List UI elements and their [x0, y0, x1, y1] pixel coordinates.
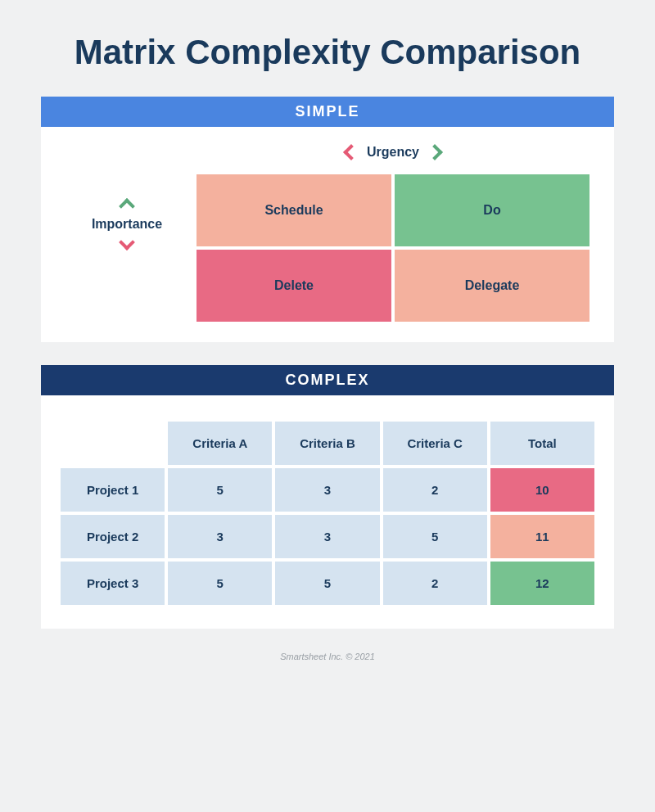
quadrant-schedule: Schedule: [196, 174, 391, 246]
table-row: Project 1 5 3 2 10: [61, 468, 594, 512]
simple-panel: SIMPLE Importance Urgency Schedule Do De…: [41, 97, 614, 342]
x-axis-label: Urgency: [367, 145, 419, 160]
blank-corner: [61, 422, 165, 465]
chevron-down-icon: [119, 234, 135, 250]
quadrant-grid: Schedule Do Delete Delegate: [196, 174, 590, 322]
cell-value: 5: [275, 562, 379, 605]
y-axis-label: Importance: [92, 217, 162, 232]
row-label: Project 3: [61, 562, 165, 605]
chevron-right-icon: [427, 144, 443, 160]
table-row: Project 2 3 3 5 11: [61, 515, 594, 558]
complex-panel: COMPLEX Criteria A Criteria B Criteria C…: [41, 365, 614, 629]
col-header: Criteria C: [383, 422, 487, 465]
cell-value: 3: [168, 515, 272, 558]
complex-table: Criteria A Criteria B Criteria C Total P…: [57, 418, 598, 608]
cell-total: 11: [490, 515, 594, 558]
cell-value: 5: [383, 515, 487, 558]
table-row: Project 3 5 5 2 12: [61, 562, 594, 605]
quadrant-delegate: Delegate: [395, 250, 590, 322]
cell-value: 3: [275, 515, 379, 558]
quadrant-delete: Delete: [196, 250, 391, 322]
simple-header: SIMPLE: [41, 97, 614, 127]
page-title: Matrix Complexity Comparison: [41, 33, 614, 72]
chevron-left-icon: [343, 144, 359, 160]
cell-value: 2: [383, 562, 487, 605]
col-header: Criteria A: [168, 422, 272, 465]
chevron-up-icon: [119, 198, 135, 214]
cell-value: 2: [383, 468, 487, 512]
col-header: Criteria B: [275, 422, 379, 465]
footer-copyright: Smartsheet Inc. © 2021: [41, 652, 614, 661]
cell-total: 10: [490, 468, 594, 512]
quadrant-do: Do: [395, 174, 590, 246]
row-label: Project 2: [61, 515, 165, 558]
table-header-row: Criteria A Criteria B Criteria C Total: [61, 422, 594, 465]
cell-value: 5: [168, 468, 272, 512]
cell-total: 12: [490, 562, 594, 605]
cell-value: 5: [168, 562, 272, 605]
x-axis-label-group: Urgency: [196, 127, 590, 174]
row-label: Project 1: [61, 468, 165, 512]
complex-header: COMPLEX: [41, 365, 614, 395]
col-header-total: Total: [490, 422, 594, 465]
y-axis-label-group: Importance: [57, 201, 196, 248]
cell-value: 3: [275, 468, 379, 512]
